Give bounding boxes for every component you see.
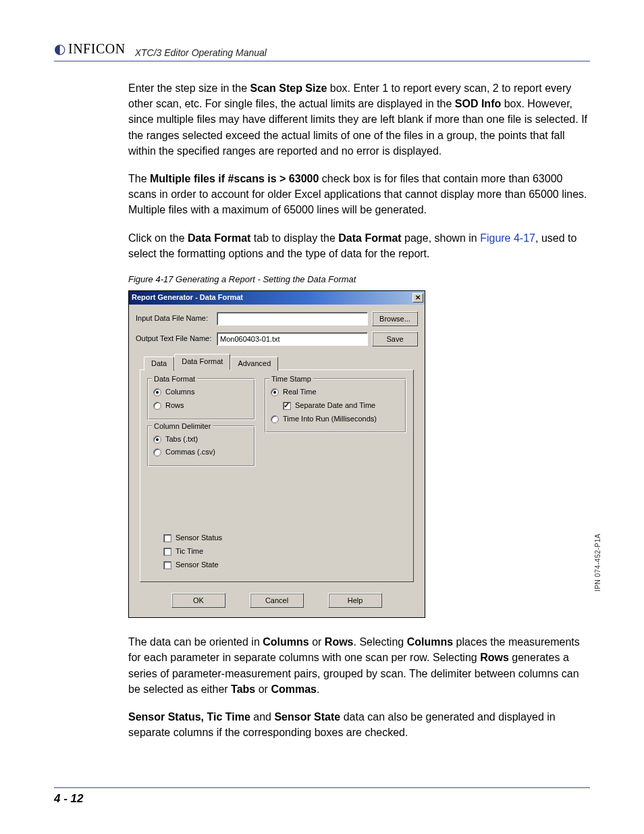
output-file-label: Output Text File Name:: [136, 334, 217, 344]
tab-advanced[interactable]: Advanced: [230, 357, 278, 371]
page-footer: 4 - 12: [54, 787, 590, 806]
radio-icon: [271, 388, 279, 396]
paragraph-columns-rows: The data can be oriented in Columns or R…: [128, 634, 590, 697]
ok-button[interactable]: OK: [171, 593, 225, 608]
radio-commas[interactable]: Commas (.csv): [153, 447, 249, 458]
titlebar: Report Generator - Data Format ✕: [129, 291, 425, 305]
radio-real-time[interactable]: Real Time: [271, 387, 400, 398]
input-file-label: Input Data File Name:: [136, 313, 217, 324]
logo-text: INFICON: [68, 41, 126, 57]
titlebar-text: Report Generator - Data Format: [132, 292, 412, 303]
output-file-field[interactable]: [217, 332, 368, 346]
checkbox-icon: [163, 548, 171, 556]
paragraph-scan-step: Enter the step size in the Scan Step Siz…: [128, 80, 590, 159]
ipn-note: IPN 074-452-P1A: [594, 533, 601, 592]
group-data-format: Data Format Columns Rows: [147, 378, 255, 420]
radio-tabs[interactable]: Tabs (.txt): [153, 434, 249, 445]
radio-icon: [271, 415, 279, 423]
manual-title: XTC/3 Editor Operating Manual: [135, 47, 267, 58]
paragraph-sensor-status: Sensor Status, Tic Time and Sensor State…: [128, 709, 590, 740]
radio-rows[interactable]: Rows: [153, 400, 249, 411]
radio-icon: [153, 388, 161, 396]
checkbox-icon: [283, 402, 291, 410]
close-icon[interactable]: ✕: [412, 293, 423, 303]
check-sensor-state[interactable]: Sensor State: [163, 560, 406, 571]
group-column-delimiter: Column Delimiter Tabs (.txt) Commas (.cs…: [147, 425, 255, 467]
figure-xref[interactable]: Figure 4-17: [480, 232, 535, 244]
check-tic-time[interactable]: Tic Time: [163, 546, 406, 557]
paragraph-multiple-files: The Multiple files if #scans is > 63000 …: [128, 171, 590, 218]
paragraph-data-format-tab: Click on the Data Format tab to display …: [128, 230, 590, 261]
cancel-button[interactable]: Cancel: [250, 593, 304, 608]
tab-panel: Data Format Columns Rows: [140, 369, 414, 583]
tabstrip: Data Data Format Advanced: [144, 353, 414, 369]
radio-icon: [153, 402, 161, 410]
logo-icon: ◐: [54, 41, 65, 57]
logo: ◐ INFICON: [54, 41, 126, 58]
checkbox-icon: [163, 561, 171, 569]
save-button[interactable]: Save: [372, 332, 418, 346]
page-header: ◐ INFICON XTC/3 Editor Operating Manual: [54, 41, 590, 61]
radio-icon: [153, 448, 161, 457]
group-time-stamp: Time Stamp Real Time Separate Date and T…: [265, 378, 406, 434]
page-number: 4 - 12: [54, 792, 83, 805]
input-file-field[interactable]: [217, 312, 368, 325]
radio-icon: [153, 436, 161, 444]
checkbox-icon: [163, 534, 171, 542]
radio-columns[interactable]: Columns: [153, 387, 249, 398]
dialog-report-generator: Report Generator - Data Format ✕ Input D…: [128, 290, 425, 619]
tab-data[interactable]: Data: [144, 357, 174, 371]
help-button[interactable]: Help: [328, 593, 382, 608]
figure-caption: Figure 4-17 Generating a Report - Settin…: [128, 273, 590, 286]
check-separate-date-time[interactable]: Separate Date and Time: [283, 400, 400, 411]
browse-button[interactable]: Browse...: [372, 311, 418, 326]
tab-data-format[interactable]: Data Format: [174, 354, 230, 370]
radio-time-into-run[interactable]: Time Into Run (Milliseconds): [271, 414, 400, 425]
check-sensor-status[interactable]: Sensor Status: [163, 533, 406, 544]
